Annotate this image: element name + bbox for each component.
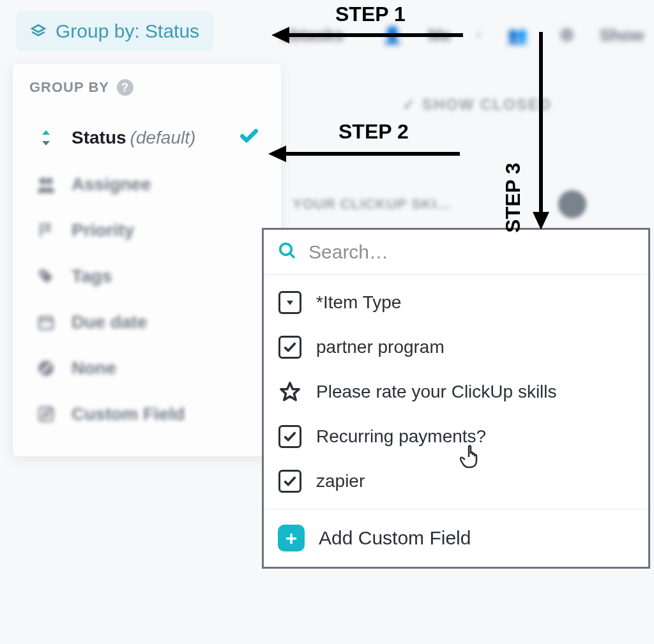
stack-icon	[30, 23, 47, 40]
dropdown-item-none[interactable]: None	[29, 345, 264, 391]
field-item-rateskills[interactable]: Please rate your ClickUp skills	[264, 370, 648, 414]
dropdown-tags-label: Tags	[72, 266, 112, 287]
show-closed-blur: ✓ SHOW CLOSED	[402, 96, 552, 114]
field-itemtype-label: *Item Type	[316, 292, 401, 313]
dropdown-assignee-label: Assignee	[72, 174, 151, 195]
customfield-icon	[34, 403, 57, 426]
checkbox-icon	[278, 335, 302, 359]
custom-field-search-row[interactable]	[264, 230, 648, 275]
none-icon	[34, 357, 57, 380]
plus-circle-blur	[558, 190, 586, 218]
step3-arrow	[531, 32, 551, 230]
custom-field-popup[interactable]: *Item Type partner program Please rate y…	[262, 228, 650, 569]
svg-line-18	[290, 253, 294, 257]
checkbox-icon	[278, 469, 302, 493]
step1-label: STEP 1	[335, 3, 406, 26]
group-by-label: Group by: Status	[56, 20, 199, 42]
check-icon	[239, 125, 259, 150]
dropdown-item-tags[interactable]: Tags	[29, 253, 264, 299]
dropdown-item-status[interactable]: Status (default)	[29, 114, 264, 161]
search-icon	[278, 241, 297, 263]
dropdown-priority-label: Priority	[72, 220, 134, 241]
dropdown-item-customfield[interactable]: Custom Field	[29, 391, 264, 437]
dropdown-none-label: None	[72, 358, 116, 378]
step2-arrow	[268, 144, 466, 163]
cursor-hand-icon	[460, 440, 485, 468]
svg-marker-19	[287, 301, 293, 305]
dropdown-box-icon	[278, 290, 302, 315]
svg-point-9	[42, 272, 45, 275]
field-partnerprogram-label: partner program	[316, 337, 445, 357]
field-item-itemtype[interactable]: *Item Type	[264, 280, 648, 325]
calendar-icon	[34, 311, 57, 334]
svg-rect-10	[40, 317, 53, 329]
field-item-recurring[interactable]: Recurring payments?	[264, 414, 648, 459]
step1-arrow	[271, 26, 469, 45]
search-input[interactable]	[308, 241, 634, 263]
svg-marker-0	[32, 25, 45, 32]
field-item-zapier[interactable]: zapier	[264, 459, 648, 504]
add-custom-field-button[interactable]: + Add Custom Field	[264, 509, 648, 567]
group-by-pill[interactable]: Group by: Status	[16, 11, 213, 51]
svg-marker-2	[271, 27, 289, 43]
step3-label: STEP 3	[501, 163, 525, 233]
dropdown-item-priority[interactable]: Priority	[29, 207, 264, 253]
svg-point-7	[39, 177, 46, 184]
dropdown-duedate-label: Due date	[72, 312, 147, 333]
checkbox-icon	[278, 424, 302, 449]
dropdown-status-suffix: (default)	[130, 128, 196, 148]
dropdown-item-duedate[interactable]: Due date	[29, 299, 264, 345]
star-icon	[278, 380, 302, 404]
svg-marker-6	[533, 212, 549, 230]
svg-marker-4	[268, 146, 286, 162]
group-by-dropdown[interactable]: GROUP BY ? Status (default) Assignee Pri…	[13, 64, 281, 456]
dropdown-item-assignee[interactable]: Assignee	[29, 161, 264, 207]
plus-icon: +	[278, 525, 305, 551]
dropdown-customfield-label: Custom Field	[72, 404, 185, 424]
field-zapier-label: zapier	[316, 471, 365, 491]
field-rateskills-label: Please rate your ClickUp skills	[316, 382, 557, 402]
step2-label: STEP 2	[338, 120, 409, 144]
group-by-dropdown-header: GROUP BY ?	[29, 79, 264, 96]
svg-marker-20	[281, 383, 299, 400]
custom-field-list: *Item Type partner program Please rate y…	[264, 275, 648, 509]
add-custom-field-label: Add Custom Field	[319, 527, 471, 549]
field-item-partnerprogram[interactable]: partner program	[264, 325, 648, 370]
tags-icon	[34, 265, 57, 288]
show-blur: Show	[600, 26, 644, 45]
help-icon[interactable]: ?	[117, 79, 133, 96]
svg-point-8	[46, 177, 53, 184]
group-by-header-label: GROUP BY	[29, 79, 109, 96]
assignee-icon	[34, 173, 57, 196]
dropdown-status-label: Status	[72, 128, 126, 148]
priority-flag-icon	[34, 219, 57, 242]
status-sort-icon	[34, 126, 57, 149]
